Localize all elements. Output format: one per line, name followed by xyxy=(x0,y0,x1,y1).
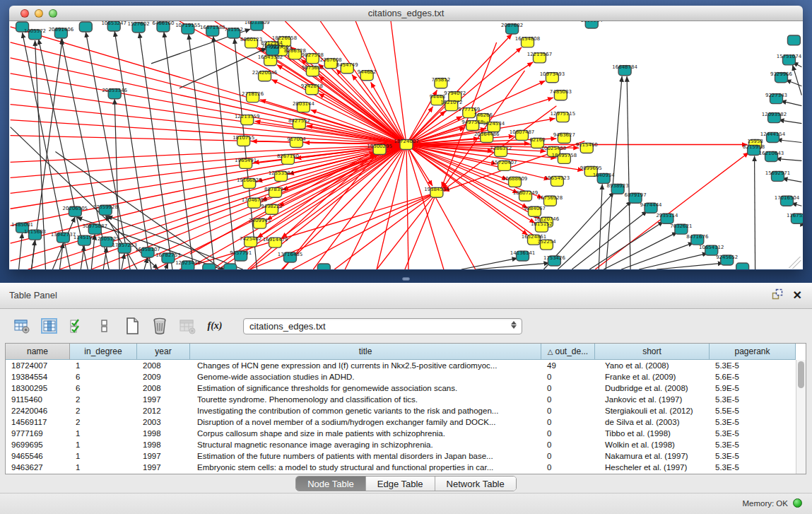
zoom-window-icon[interactable] xyxy=(49,9,57,18)
table-row[interactable]: 911546021997Tourette syndrome. Phenomeno… xyxy=(6,394,796,405)
table-cell: Wolkin et al. (1998) xyxy=(595,439,710,450)
table-cell: 0 xyxy=(541,439,595,450)
graph-edge xyxy=(599,184,602,269)
graph-node-label: 15751074 xyxy=(777,54,802,59)
graph-node-teal[interactable] xyxy=(203,264,216,269)
graph-node-label: 9457791 xyxy=(230,250,252,256)
table-row[interactable]: 2242004622012Investigating the contribut… xyxy=(6,405,796,416)
float-panel-icon[interactable] xyxy=(772,288,783,303)
network-view[interactable]: 1872400718300295193845548660123891295418… xyxy=(9,21,803,269)
table-row[interactable]: 977716911998Corpus callosum shape and si… xyxy=(6,428,796,439)
table-row[interactable]: 1456911722003Disruption of a novel membe… xyxy=(6,416,796,428)
column-header-name[interactable]: name xyxy=(6,344,70,360)
close-window-icon[interactable] xyxy=(20,9,29,18)
graph-edge xyxy=(778,120,801,124)
graph-node-label: 1527602 xyxy=(128,21,150,27)
graph-node-label: 16154808 xyxy=(515,36,540,42)
table-cell: 0 xyxy=(541,416,595,428)
memory-status-icon[interactable] xyxy=(793,498,802,508)
table-cell: 1998 xyxy=(137,439,190,450)
table-cell: 19384554 xyxy=(6,371,70,382)
stacked-squares-icon[interactable] xyxy=(95,317,114,335)
table-cell: Hescheler et al. (1997) xyxy=(595,462,710,473)
graph-node-label: 12093582 xyxy=(762,112,787,117)
graph-node-label: 1405572 xyxy=(24,28,46,34)
graph-node-teal[interactable] xyxy=(787,35,800,45)
table-row[interactable]: 1872400712008Changes of HCN gene express… xyxy=(6,360,796,371)
table-row[interactable]: 946362711997Embryonic stem cells: a mode… xyxy=(6,462,796,473)
column-header-title[interactable]: title xyxy=(190,344,541,360)
table-row[interactable]: 969969511998Structural magnetic resonanc… xyxy=(6,439,796,450)
table-cell: 5.6E-5 xyxy=(710,371,796,382)
table-row[interactable]: 1938455462009Genome-wide association stu… xyxy=(6,371,796,382)
select-columns-icon[interactable] xyxy=(68,317,86,335)
table-cell: de Silva et al. (2003) xyxy=(595,416,710,428)
graph-node-label: 6466160 xyxy=(152,21,174,26)
status-bar: Memory: OK xyxy=(0,493,812,514)
column-header-year[interactable]: year xyxy=(137,344,190,360)
table-cell: 5.3E-5 xyxy=(710,439,796,450)
column-header-in_degree[interactable]: in_degree xyxy=(70,344,137,360)
network-table-select[interactable]: citations_edges.txt xyxy=(243,318,522,334)
graph-node-label: 16671388 xyxy=(200,25,225,30)
table-cell: 2008 xyxy=(137,382,190,394)
panel-resize-grip[interactable] xyxy=(402,277,410,281)
graph-edge xyxy=(164,32,194,269)
table-row[interactable]: 1830029562008Estimation of significance … xyxy=(6,382,796,394)
graph-node-label: 1115683 xyxy=(24,229,46,235)
graph-node-label: 9245652 xyxy=(716,255,738,260)
graph-node-label: 2718126 xyxy=(242,91,264,97)
show-column-icon[interactable] xyxy=(40,317,59,335)
graph-edge xyxy=(755,156,755,269)
graph-node-label: 16033809 xyxy=(245,21,269,25)
column-header-out_de[interactable]: △out_de... xyxy=(541,344,595,360)
graph-node-teal[interactable] xyxy=(736,263,749,269)
graph-edge xyxy=(19,233,23,269)
function-builder-icon[interactable]: f(x) xyxy=(206,317,224,335)
table-scrollbar-thumb[interactable] xyxy=(798,361,804,388)
graph-node-teal[interactable] xyxy=(224,264,237,269)
close-panel-icon[interactable]: ✕ xyxy=(793,290,802,301)
graph-node-label: 15720407 xyxy=(492,160,517,165)
table-cell: Corpus callosum shape and size in male p… xyxy=(190,428,541,439)
table-cell: 9115460 xyxy=(6,394,70,405)
table-cell: 1998 xyxy=(137,428,190,439)
table-cell: 0 xyxy=(541,394,595,405)
graph-node-teal[interactable] xyxy=(317,264,330,269)
table-cell: Estimation of the future numbers of pati… xyxy=(190,450,541,462)
graph-edge xyxy=(657,263,724,269)
column-header-short[interactable]: short xyxy=(595,344,710,360)
import-table-icon[interactable] xyxy=(178,317,196,335)
graph-node-label: 1167534 xyxy=(787,213,803,218)
graph-node-label: 12213359 xyxy=(235,114,259,119)
tab-edge-table[interactable]: Edge Table xyxy=(366,477,435,491)
minimize-window-icon[interactable] xyxy=(35,9,43,18)
delete-table-icon[interactable] xyxy=(151,317,169,335)
select-spinner-icon xyxy=(511,321,517,329)
column-header-pagerank[interactable]: pagerank xyxy=(710,344,796,360)
table-cell: Franke et al. (2009) xyxy=(595,371,710,382)
tab-node-table[interactable]: Node Table xyxy=(296,477,366,491)
graph-node-label: 9329966 xyxy=(770,71,792,77)
graph-node-label: 9497568 xyxy=(461,119,483,125)
graph-node-label: 12923448 xyxy=(175,260,200,266)
table-cell: 6 xyxy=(70,371,137,382)
window-titlebar[interactable]: citations_edges.txt xyxy=(9,6,803,21)
table-cell: Yano et al. (2008) xyxy=(595,360,710,371)
window-title: citations_edges.txt xyxy=(9,6,803,21)
graph-node-label: 8660123 xyxy=(240,37,262,42)
table-cell: 1 xyxy=(70,439,137,450)
table-row[interactable]: 946554611997Estimation of the future num… xyxy=(6,450,796,462)
graph-node-label: 9463627 xyxy=(553,132,575,138)
graph-node-teal[interactable] xyxy=(79,22,92,32)
graph-node-label: 12353584 xyxy=(269,170,294,176)
graph-edge xyxy=(189,34,215,269)
graph-node-label: 12505125 xyxy=(94,236,119,242)
table-scrollbar[interactable] xyxy=(796,360,806,474)
table-header-row: namein_degreeyeartitle△out_de...shortpag… xyxy=(6,344,806,360)
table-settings-icon[interactable] xyxy=(13,317,31,335)
tab-network-table[interactable]: Network Table xyxy=(435,477,516,491)
graph-node-label: 3624534 xyxy=(483,121,505,127)
graph-node-label: 16210643 xyxy=(759,151,784,156)
new-table-icon[interactable] xyxy=(123,317,141,335)
